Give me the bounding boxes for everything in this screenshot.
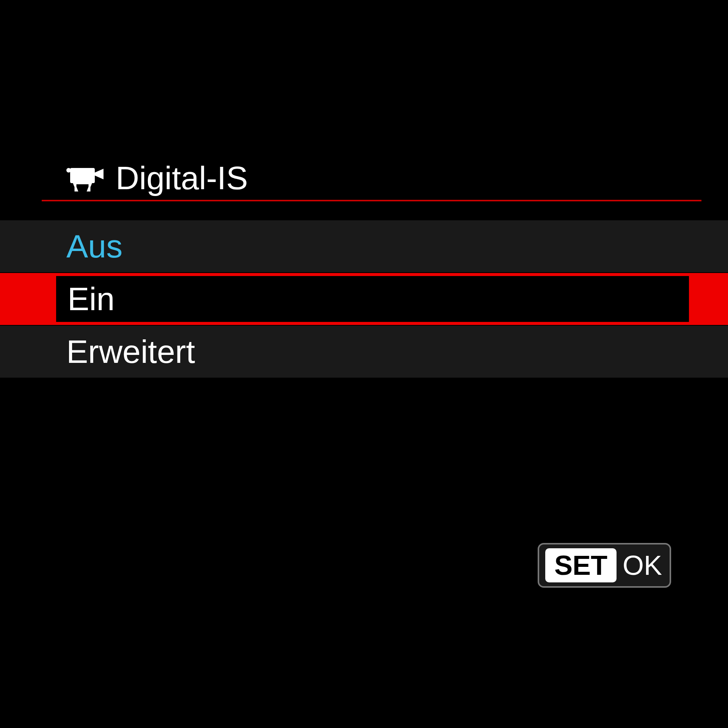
option-ein[interactable]: Ein: [0, 273, 728, 325]
option-aus[interactable]: Aus: [0, 220, 728, 272]
menu-container: Digital-IS Aus Ein Erweitert: [0, 159, 728, 378]
set-badge: SET: [545, 548, 617, 582]
options-list: Aus Ein Erweitert: [0, 220, 728, 378]
option-label: Erweitert: [66, 333, 195, 370]
svg-point-2: [66, 168, 71, 173]
movie-camera-icon: [66, 165, 104, 191]
option-label: Ein: [67, 280, 115, 318]
ok-label: OK: [623, 550, 662, 581]
svg-rect-0: [70, 168, 95, 183]
option-inner-highlight: Ein: [53, 273, 692, 325]
set-ok-button[interactable]: SET OK: [538, 543, 671, 588]
header-divider: [42, 200, 701, 201]
menu-header: Digital-IS: [0, 159, 728, 197]
menu-title: Digital-IS: [116, 159, 248, 197]
option-erweitert[interactable]: Erweitert: [0, 326, 728, 378]
option-label: Aus: [66, 228, 122, 265]
